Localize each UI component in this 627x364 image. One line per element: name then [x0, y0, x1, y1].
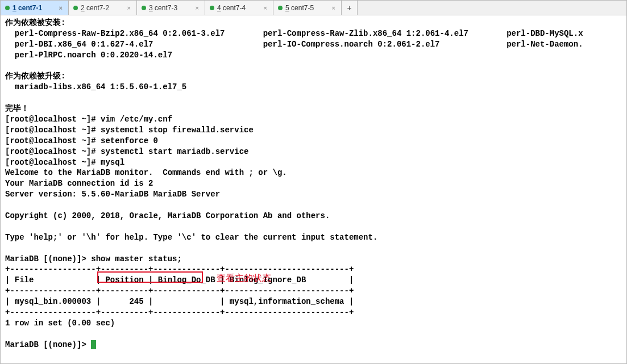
tab-cent7-3[interactable]: 3 cent7-3 ×: [137, 1, 205, 15]
status-indicator-icon: [210, 6, 214, 10]
tab-bar: 1 cent7-1 × 2 cent7-2 × 3 cent7-3 × 4 ce…: [1, 1, 626, 15]
annotation-text: 查看主的状态: [217, 272, 271, 284]
close-icon[interactable]: ×: [126, 5, 132, 11]
status-indicator-icon: [73, 6, 78, 10]
close-icon[interactable]: ×: [263, 5, 268, 11]
tab-label: 2 cent7-2: [81, 4, 123, 12]
close-icon[interactable]: ×: [331, 5, 337, 11]
app-window: 1 cent7-1 × 2 cent7-2 × 3 cent7-3 × 4 ce…: [0, 0, 627, 364]
tab-cent7-4[interactable]: 4 cent7-4 ×: [205, 1, 273, 15]
close-icon[interactable]: ×: [194, 5, 200, 11]
close-icon[interactable]: ×: [58, 5, 64, 11]
terminal-text: 作为依赖被安装: perl-Compress-Raw-Bzip2.x86_64 …: [5, 18, 583, 349]
tab-cent7-2[interactable]: 2 cent7-2 ×: [69, 1, 137, 15]
tab-label: 4 cent7-4: [217, 4, 260, 12]
tab-label: 3 cent7-3: [149, 4, 192, 12]
status-indicator-icon: [142, 6, 146, 10]
tab-label: 1 cent7-1: [13, 4, 55, 12]
tab-cent7-5[interactable]: 5 cent7-5 ×: [273, 1, 342, 15]
tab-label: 5 cent7-5: [285, 4, 328, 12]
add-tab-button[interactable]: +: [342, 1, 358, 15]
tab-cent7-1[interactable]: 1 cent7-1 ×: [1, 1, 69, 15]
status-indicator-icon: [5, 6, 10, 10]
terminal-cursor: [91, 340, 96, 349]
terminal-output[interactable]: 作为依赖被安装: perl-Compress-Raw-Bzip2.x86_64 …: [1, 15, 626, 363]
status-indicator-icon: [278, 6, 283, 10]
